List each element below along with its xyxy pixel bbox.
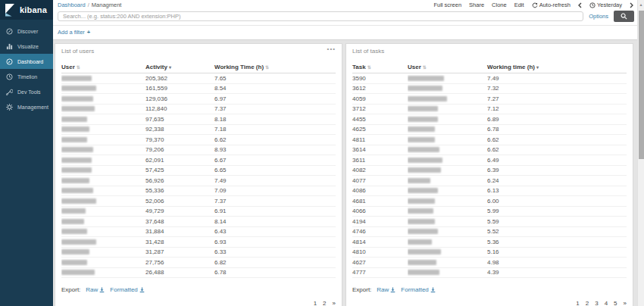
- next-page-button[interactable]: »: [624, 300, 627, 306]
- redacted-text: [408, 249, 441, 254]
- sidebar-item-dashboard[interactable]: Dashboard: [0, 54, 53, 69]
- page-button-3[interactable]: 3: [595, 300, 598, 306]
- options-link[interactable]: Options: [589, 13, 608, 20]
- sidebar-item-management[interactable]: Management: [0, 99, 53, 114]
- column-header-working-time[interactable]: Working Time (h)⇅: [214, 62, 336, 73]
- table-cell: 4059: [352, 94, 408, 105]
- redacted-text: [61, 260, 87, 265]
- table-cell: 7.27: [487, 94, 627, 105]
- redacted-text: [61, 239, 96, 245]
- table-row: 48116.62: [352, 135, 627, 145]
- column-header-task[interactable]: Task⇅: [352, 62, 408, 73]
- table-cell: 112,840: [145, 104, 214, 114]
- table-cell: 129,036: [145, 94, 214, 105]
- redacted-cell: [61, 165, 145, 176]
- scrollbar-thumb[interactable]: [639, 11, 644, 159]
- redacted-cell: [61, 226, 145, 237]
- redacted-cell: [61, 73, 145, 84]
- redacted-text: [408, 147, 439, 152]
- page-button-1[interactable]: 1: [314, 300, 317, 306]
- page-button-1[interactable]: 1: [576, 300, 579, 306]
- table-row: 46816.00: [352, 196, 627, 207]
- table-cell: 161,559: [145, 83, 214, 94]
- column-header-activity[interactable]: Activity▾: [145, 62, 214, 73]
- clone-button[interactable]: Clone: [492, 2, 507, 8]
- plus-icon: +: [87, 29, 90, 36]
- search-button[interactable]: [614, 11, 634, 22]
- table-cell: 92,338: [145, 124, 214, 135]
- table-row: 46256.78: [352, 124, 627, 135]
- table-cell: 49,729: [145, 206, 214, 217]
- export-formatted-link[interactable]: Formatted: [110, 286, 144, 293]
- table-row: 112,8407.37: [61, 104, 336, 114]
- redacted-cell: [61, 176, 145, 186]
- sidebar-item-visualize[interactable]: Visualize: [0, 39, 53, 54]
- chevron-left-icon[interactable]: [578, 2, 582, 8]
- redacted-text: [61, 147, 93, 152]
- table-cell: 6.78: [487, 124, 627, 135]
- full-screen-button[interactable]: Full screen: [433, 2, 461, 8]
- sidebar-item-dev-tools[interactable]: Dev Tools: [0, 84, 53, 99]
- page-button-2[interactable]: 2: [323, 300, 326, 306]
- search-icon: [621, 13, 627, 20]
- export-raw-link[interactable]: Raw: [86, 286, 105, 293]
- sidebar-item-label: Management: [17, 105, 48, 110]
- panel-title: List of users: [61, 48, 336, 55]
- redacted-text: [61, 158, 92, 163]
- table-row: 36116.49: [352, 155, 627, 166]
- column-header-user[interactable]: User⇅: [61, 62, 145, 73]
- export-raw-link[interactable]: Raw: [377, 286, 395, 293]
- table-cell: 3612: [352, 83, 408, 94]
- export-formatted-link[interactable]: Formatted: [401, 286, 435, 293]
- table-row: 161,5598.54: [61, 83, 336, 94]
- breadcrumb-separator: /: [88, 2, 89, 8]
- sidebar-item-timelion[interactable]: Timelion: [0, 69, 53, 84]
- table-cell: 6.00: [487, 196, 627, 207]
- table-cell: 4086: [352, 186, 408, 196]
- redacted-cell: [408, 73, 487, 84]
- wrench-icon: [6, 89, 13, 95]
- add-filter-button[interactable]: Add a filter +: [58, 29, 90, 36]
- redacted-text: [408, 76, 444, 81]
- sidebar-item-discover[interactable]: Discover: [0, 23, 53, 39]
- page-button-4[interactable]: 4: [605, 300, 608, 306]
- table-cell: 8.54: [214, 83, 336, 94]
- page-button-5[interactable]: 5: [614, 300, 617, 306]
- chevron-right-icon[interactable]: [630, 2, 633, 8]
- sidebar-item-label: Visualize: [17, 44, 39, 49]
- panel-options-icon[interactable]: •••: [327, 47, 336, 52]
- download-icon: [139, 287, 145, 292]
- search-bar: Options: [53, 8, 644, 25]
- table-cell: 6.93: [214, 237, 336, 248]
- scroll-up-icon[interactable]: ▲: [638, 0, 644, 7]
- table-cell: 55,336: [145, 186, 214, 196]
- auto-refresh-button[interactable]: Auto-refresh: [532, 2, 571, 8]
- bar-chart-icon: [6, 43, 13, 50]
- redacted-text: [408, 86, 442, 91]
- edit-button[interactable]: Edit: [514, 2, 524, 8]
- table-cell: 4681: [352, 196, 408, 207]
- column-header-user[interactable]: User⇅: [408, 62, 487, 73]
- table-row: 40597.27: [352, 94, 627, 105]
- table-cell: 4625: [352, 124, 408, 135]
- redacted-text: [408, 158, 442, 163]
- kibana-logo[interactable]: kibana: [0, 0, 53, 20]
- table-row: 31,8846.43: [61, 226, 336, 237]
- search-input[interactable]: [58, 11, 583, 21]
- page-button-2[interactable]: 2: [586, 300, 589, 306]
- share-button[interactable]: Share: [469, 2, 484, 8]
- redacted-cell: [61, 267, 145, 278]
- page-scrollbar[interactable]: ▲: [637, 0, 644, 306]
- table-row: 27,7566.82: [61, 258, 336, 268]
- column-header-working-time[interactable]: Working time (h)▾: [487, 62, 627, 73]
- redacted-cell: [408, 104, 487, 114]
- next-page-button[interactable]: »: [333, 300, 336, 306]
- breadcrumb-dashboard-link[interactable]: Dashboard: [58, 2, 86, 8]
- table-cell: 3590: [352, 73, 408, 84]
- redacted-cell: [61, 247, 145, 258]
- time-picker-button[interactable]: Yesterday: [589, 2, 622, 8]
- table-row: 97,6358.18: [61, 114, 336, 125]
- table-row: 55,3367.09: [61, 186, 336, 196]
- redacted-cell: [408, 165, 487, 176]
- table-row: 92,3387.18: [61, 124, 336, 135]
